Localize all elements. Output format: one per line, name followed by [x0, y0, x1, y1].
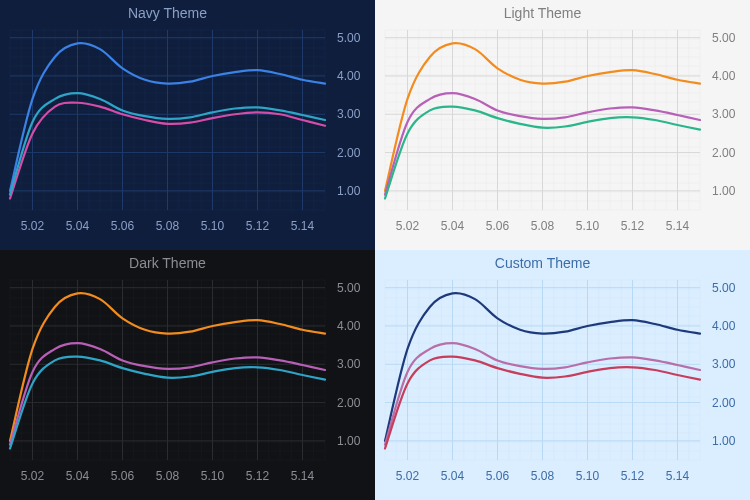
y-tick-label: 4.00	[712, 319, 736, 333]
x-tick-label: 5.02	[396, 219, 420, 233]
y-tick-label: 5.00	[712, 31, 736, 45]
panel-dark: Dark Theme5.025.045.065.085.105.125.141.…	[0, 250, 375, 500]
x-tick-label: 5.02	[21, 469, 45, 483]
y-tick-label: 1.00	[337, 434, 361, 448]
y-tick-label: 2.00	[337, 396, 361, 410]
y-tick-label: 1.00	[712, 434, 736, 448]
x-tick-label: 5.14	[291, 219, 315, 233]
y-tick-label: 4.00	[712, 69, 736, 83]
x-tick-label: 5.08	[156, 219, 180, 233]
x-tick-label: 5.06	[111, 469, 135, 483]
x-tick-label: 5.04	[441, 469, 465, 483]
y-tick-label: 3.00	[337, 107, 361, 121]
x-tick-label: 5.10	[576, 469, 600, 483]
x-tick-label: 5.02	[21, 219, 45, 233]
x-tick-label: 5.08	[531, 469, 555, 483]
x-tick-label: 5.06	[486, 219, 510, 233]
y-tick-label: 2.00	[712, 396, 736, 410]
x-tick-label: 5.10	[201, 469, 225, 483]
x-tick-label: 5.04	[441, 219, 465, 233]
panel-navy: Navy Theme5.025.045.065.085.105.125.141.…	[0, 0, 375, 250]
x-tick-label: 5.04	[66, 469, 90, 483]
x-tick-label: 5.06	[111, 219, 135, 233]
chart-custom: Custom Theme5.025.045.065.085.105.125.14…	[375, 250, 750, 500]
y-tick-label: 3.00	[712, 357, 736, 371]
chart-light: Light Theme5.025.045.065.085.105.125.141…	[375, 0, 750, 250]
y-tick-label: 1.00	[337, 184, 361, 198]
panel-light: Light Theme5.025.045.065.085.105.125.141…	[375, 0, 750, 250]
x-tick-label: 5.14	[666, 469, 690, 483]
y-tick-label: 5.00	[712, 281, 736, 295]
x-tick-label: 5.08	[156, 469, 180, 483]
x-tick-label: 5.14	[666, 219, 690, 233]
chart-title: Navy Theme	[128, 5, 207, 21]
y-tick-label: 4.00	[337, 319, 361, 333]
x-tick-label: 5.12	[621, 469, 645, 483]
x-tick-label: 5.10	[201, 219, 225, 233]
grid	[10, 30, 325, 210]
chart-navy: Navy Theme5.025.045.065.085.105.125.141.…	[0, 0, 375, 250]
y-tick-label: 4.00	[337, 69, 361, 83]
x-tick-label: 5.12	[621, 219, 645, 233]
chart-dark: Dark Theme5.025.045.065.085.105.125.141.…	[0, 250, 375, 500]
x-tick-label: 5.14	[291, 469, 315, 483]
y-tick-label: 5.00	[337, 31, 361, 45]
y-tick-label: 1.00	[712, 184, 736, 198]
x-tick-label: 5.10	[576, 219, 600, 233]
y-tick-label: 3.00	[337, 357, 361, 371]
y-tick-label: 5.00	[337, 281, 361, 295]
chart-title: Dark Theme	[129, 255, 206, 271]
x-tick-label: 5.06	[486, 469, 510, 483]
x-tick-label: 5.08	[531, 219, 555, 233]
chart-title: Light Theme	[504, 5, 582, 21]
x-tick-label: 5.04	[66, 219, 90, 233]
y-tick-label: 3.00	[712, 107, 736, 121]
panel-custom: Custom Theme5.025.045.065.085.105.125.14…	[375, 250, 750, 500]
y-tick-label: 2.00	[337, 146, 361, 160]
y-tick-label: 2.00	[712, 146, 736, 160]
x-tick-label: 5.12	[246, 219, 270, 233]
chart-title: Custom Theme	[495, 255, 591, 271]
x-tick-label: 5.02	[396, 469, 420, 483]
x-tick-label: 5.12	[246, 469, 270, 483]
